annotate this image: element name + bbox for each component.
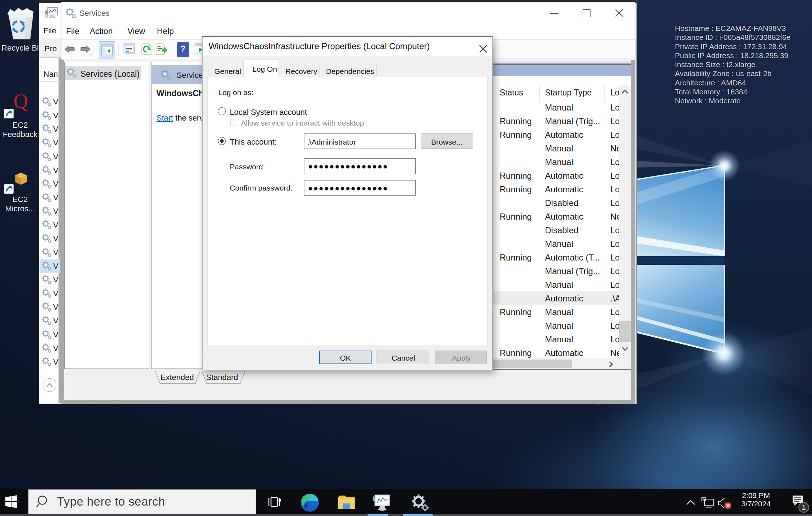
svg-text:1: 1 [802, 503, 806, 511]
